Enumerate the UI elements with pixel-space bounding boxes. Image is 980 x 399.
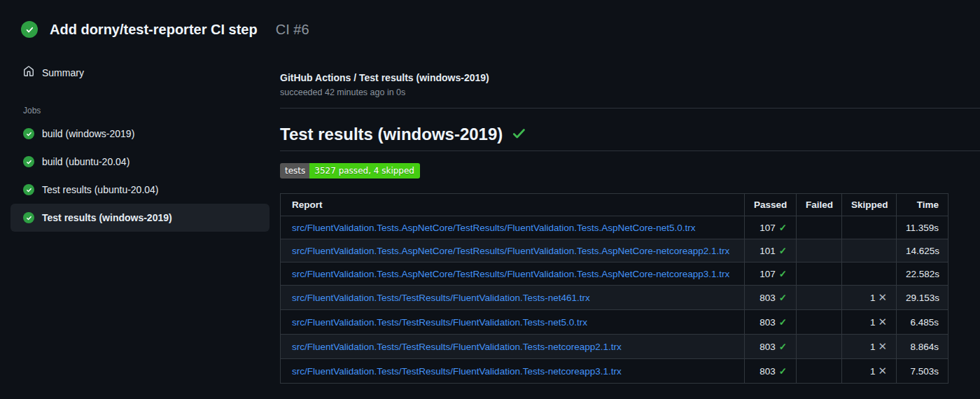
report-cell: src/FluentValidation.Tests/TestResults/F… xyxy=(281,359,745,384)
passed-cell: 101✓ xyxy=(745,239,797,262)
sidebar-job-item-4[interactable]: Test results (windows-2019) xyxy=(10,204,270,232)
table-row: src/FluentValidation.Tests/TestResults/F… xyxy=(281,335,948,359)
run-number: CI #6 xyxy=(276,22,309,38)
report-cell: src/FluentValidation.Tests/TestResults/F… xyxy=(281,286,745,310)
passed-cell: 803✓ xyxy=(745,335,797,359)
x-icon: ✕ xyxy=(878,291,887,303)
sidebar-item-summary[interactable]: Summary xyxy=(10,59,270,86)
failed-cell xyxy=(797,335,842,359)
failed-cell xyxy=(797,262,842,286)
column-header-skipped: Skipped xyxy=(842,194,897,216)
skipped-cell xyxy=(842,239,897,262)
failed-cell xyxy=(797,239,842,262)
table-row: src/FluentValidation.Tests.AspNetCore/Te… xyxy=(281,216,948,239)
table-header-row: ReportPassedFailedSkippedTime xyxy=(281,194,948,216)
report-link[interactable]: src/FluentValidation.Tests/TestResults/F… xyxy=(292,293,590,303)
skipped-cell: 1✕ xyxy=(842,310,897,335)
report-link[interactable]: src/FluentValidation.Tests/TestResults/F… xyxy=(292,342,622,352)
failed-cell xyxy=(797,216,842,239)
tests-badge: tests 3527 passed, 4 skipped xyxy=(280,163,420,178)
check-run-breadcrumb: GitHub Actions / Test results (windows-2… xyxy=(280,72,980,83)
report-link[interactable]: src/FluentValidation.Tests/TestResults/F… xyxy=(292,366,622,377)
test-results-table: ReportPassedFailedSkippedTime src/Fluent… xyxy=(280,193,948,384)
passed-cell: 107✓ xyxy=(745,262,797,286)
report-cell: src/FluentValidation.Tests/TestResults/F… xyxy=(281,335,745,359)
run-title: Add dorny/test-reporter CI step xyxy=(50,22,258,38)
job-label: Test results (windows-2019) xyxy=(42,212,172,223)
check-circle-icon xyxy=(23,184,34,195)
failed-cell xyxy=(797,286,842,310)
failed-cell xyxy=(797,359,842,384)
report-cell: src/FluentValidation.Tests/TestResults/F… xyxy=(281,310,745,335)
passed-cell: 803✓ xyxy=(745,359,797,384)
check-icon xyxy=(512,126,526,144)
home-icon xyxy=(23,66,34,79)
sidebar-job-item-2[interactable]: build (ubuntu-20.04) xyxy=(10,148,270,176)
passed-cell: 107✓ xyxy=(745,216,797,239)
check-circle-icon xyxy=(23,156,34,167)
x-icon: ✕ xyxy=(878,365,887,377)
skipped-cell xyxy=(842,216,897,239)
main-content: GitHub Actions / Test results (windows-2… xyxy=(280,49,980,384)
badge-row: tests 3527 passed, 4 skipped xyxy=(280,163,980,178)
check-icon: ✓ xyxy=(779,269,787,279)
jobs-list: build (windows-2019)build (ubuntu-20.04)… xyxy=(10,120,270,232)
check-icon: ✓ xyxy=(779,317,787,328)
check-icon: ✓ xyxy=(779,293,787,303)
time-cell: 8.864s xyxy=(897,335,948,359)
report-cell: src/FluentValidation.Tests.AspNetCore/Te… xyxy=(281,216,745,239)
time-cell: 11.359s xyxy=(897,216,948,239)
check-circle-icon xyxy=(23,128,34,139)
passed-cell: 803✓ xyxy=(745,310,797,335)
report-link[interactable]: src/FluentValidation.Tests.AspNetCore/Te… xyxy=(292,246,729,256)
report-cell: src/FluentValidation.Tests.AspNetCore/Te… xyxy=(281,262,745,286)
sidebar-job-item-1[interactable]: build (windows-2019) xyxy=(10,120,270,148)
table-row: src/FluentValidation.Tests.AspNetCore/Te… xyxy=(281,239,948,262)
job-label: Test results (ubuntu-20.04) xyxy=(42,184,159,195)
x-icon: ✕ xyxy=(878,316,887,328)
time-cell: 29.153s xyxy=(897,286,948,310)
skipped-cell: 1✕ xyxy=(842,359,897,384)
report-cell: src/FluentValidation.Tests.AspNetCore/Te… xyxy=(281,239,745,262)
table-row: src/FluentValidation.Tests/TestResults/F… xyxy=(281,286,948,310)
check-icon: ✓ xyxy=(779,366,787,377)
check-icon: ✓ xyxy=(779,246,787,256)
page-title: Test results (windows-2019) xyxy=(280,125,503,144)
table-row: src/FluentValidation.Tests/TestResults/F… xyxy=(281,310,948,335)
report-link[interactable]: src/FluentValidation.Tests.AspNetCore/Te… xyxy=(292,269,729,279)
skipped-cell: 1✕ xyxy=(842,286,897,310)
time-cell: 7.503s xyxy=(897,359,948,384)
layout: Summary Jobs build (windows-2019)build (… xyxy=(0,49,980,384)
section-title-row: Test results (windows-2019) xyxy=(280,125,980,151)
sidebar: Summary Jobs build (windows-2019)build (… xyxy=(10,49,270,232)
column-header-report: Report xyxy=(281,194,745,216)
skipped-cell xyxy=(842,262,897,286)
check-circle-icon xyxy=(23,212,34,223)
column-header-passed: Passed xyxy=(745,194,797,216)
time-cell: 22.582s xyxy=(897,262,948,286)
time-cell: 14.625s xyxy=(897,239,948,262)
passed-cell: 803✓ xyxy=(745,286,797,310)
divider xyxy=(280,108,980,108)
run-status-line: succeeded 42 minutes ago in 0s xyxy=(280,88,980,97)
check-icon: ✓ xyxy=(779,223,787,233)
skipped-cell: 1✕ xyxy=(842,335,897,359)
badge-label: tests xyxy=(280,163,309,178)
workflow-run-page: Add dorny/test-reporter CI step CI #6 Su… xyxy=(0,0,980,399)
sidebar-job-item-3[interactable]: Test results (ubuntu-20.04) xyxy=(10,176,270,204)
report-link[interactable]: src/FluentValidation.Tests/TestResults/F… xyxy=(292,317,587,328)
time-cell: 6.485s xyxy=(897,310,948,335)
failed-cell xyxy=(797,310,842,335)
column-header-failed: Failed xyxy=(797,194,842,216)
report-link[interactable]: src/FluentValidation.Tests.AspNetCore/Te… xyxy=(292,223,696,233)
check-circle-icon xyxy=(21,21,38,38)
jobs-section-label: Jobs xyxy=(23,106,270,115)
badge-value: 3527 passed, 4 skipped xyxy=(309,163,420,178)
table-row: src/FluentValidation.Tests/TestResults/F… xyxy=(281,359,948,384)
x-icon: ✕ xyxy=(878,340,887,352)
run-header: Add dorny/test-reporter CI step CI #6 xyxy=(0,0,980,49)
table-row: src/FluentValidation.Tests.AspNetCore/Te… xyxy=(281,262,948,286)
column-header-time: Time xyxy=(897,194,948,216)
check-icon: ✓ xyxy=(779,342,787,352)
job-label: build (ubuntu-20.04) xyxy=(42,156,130,167)
